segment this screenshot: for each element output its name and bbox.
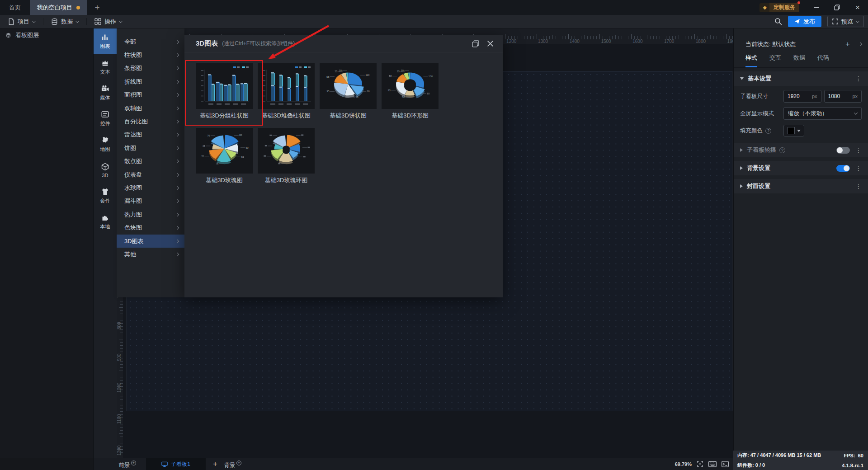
sidebar-item-map[interactable]: 地图 [94,132,117,157]
section-cover[interactable]: 封面设置 ⋮ [734,179,868,193]
category-item-label: 百分比图 [124,118,148,126]
close-button[interactable]: × [847,0,868,15]
board-width-input[interactable] [788,93,812,99]
map-icon [101,136,109,144]
section-basic-settings[interactable]: 基本设置 ⋮ [734,71,868,86]
menu-operations[interactable]: 操作 [87,15,130,28]
circle-plus-icon[interactable]: + [236,461,241,465]
console-icon[interactable] [722,461,729,467]
board-height-input[interactable] [828,93,853,99]
component-card-2[interactable]: 基础3D堆叠柱状图 [258,63,315,122]
window-titlebar: 首页 我的空白项目 + ◆ 定制服务 × [0,0,868,15]
sidebar-item-chart[interactable]: 图表 [94,28,117,54]
publish-button[interactable]: 发布 [788,16,821,27]
donut-thumbnail: 130605095582510 [382,63,439,109]
detach-window-icon[interactable] [472,40,479,47]
component-card-3[interactable]: 110605095582510基础3D饼状图 [320,63,377,122]
tab-style[interactable]: 样式 [745,54,757,67]
new-tab-button[interactable]: + [87,0,107,15]
custom-service-badge[interactable]: ◆ 定制服务 [760,3,799,12]
category-item-14[interactable]: 热力图 [117,208,184,221]
kebab-menu-icon[interactable]: ⋮ [855,146,862,154]
chevron-right-icon [175,160,179,163]
category-item-4[interactable]: 折线图 [117,75,184,88]
ruler-tick [120,440,123,440]
category-item-11[interactable]: 仪表盘 [117,168,184,181]
category-item-13[interactable]: 漏斗图 [117,195,184,208]
circle-plus-icon[interactable]: + [131,461,136,465]
category-item-3[interactable]: 条形图 [117,62,184,75]
category-item-5[interactable]: 面积图 [117,89,184,102]
ruler-tick [656,36,657,39]
category-item-2[interactable]: 柱状图 [117,48,184,61]
add-subboard-button[interactable]: + [213,460,217,469]
ruler-label: 1700 [664,39,674,44]
ruler-label: 1100 [117,414,122,424]
category-item-9[interactable]: 饼图 [117,141,184,155]
canvas-zoom-controls: 69.79% [661,458,733,470]
category-item-10[interactable]: 散点图 [117,155,184,168]
preview-button[interactable]: 预览 [827,16,864,27]
search-icon[interactable] [774,18,782,25]
category-item-6[interactable]: 双轴图 [117,102,184,115]
background-toggle-on[interactable] [836,165,850,172]
carousel-toggle-off[interactable] [836,147,850,154]
section-background[interactable]: 背景设置 ⋮ [734,161,868,175]
svg-text:76: 76 [207,134,210,137]
category-item-8[interactable]: 雷达图 [117,128,184,141]
sidebar-item-text[interactable]: 文本 [94,54,117,80]
fullscreen-corners-icon [832,19,838,24]
sidebar-item-media[interactable]: 媒体 [94,80,117,106]
minimize-button[interactable] [806,0,826,15]
px-unit: px [812,94,817,99]
tab-home[interactable]: 首页 [0,0,30,15]
category-item-15[interactable]: 色块图 [117,221,184,234]
ruler-tick [562,36,562,39]
settings-tabs: 样式 交互 数据 代码 [734,51,868,68]
tab-code[interactable]: 代码 [817,54,829,67]
component-card-5[interactable]: 80605576704576基础3D玫瑰图 [196,128,253,187]
widget-icon [101,110,109,118]
subboard-tab[interactable]: 子看板1 [146,458,206,470]
svg-text:60: 60 [427,92,429,95]
sidebar-item-kit[interactable]: 套件 [94,183,117,209]
restore-button[interactable] [826,0,847,15]
tab-data[interactable]: 数据 [793,54,805,67]
foreground-button[interactable]: 前景 + [119,459,136,469]
ruler-tick [527,36,528,39]
background-button[interactable]: 背景 + [224,459,241,469]
component-card-6[interactable]: 基础3D玫瑰环图 [258,128,315,187]
sidebar-item-local[interactable]: 本地 [94,209,117,235]
menu-data[interactable]: 数据 [43,15,86,28]
kebab-menu-icon[interactable]: ⋮ [855,164,862,172]
component-card-1[interactable]: 基础3D分组柱状图 [196,63,253,122]
ruler-tick [120,314,123,314]
category-item-1[interactable]: 全部 [117,35,184,48]
sidebar-item-cube[interactable]: 3D [94,157,117,183]
kebab-menu-icon[interactable]: ⋮ [855,183,862,190]
fill-color-picker[interactable] [783,125,804,136]
ruler-tick [120,320,123,320]
keyboard-icon[interactable] [708,461,717,467]
version-label: 4.1.8-rc.1 [842,463,863,468]
category-item-17[interactable]: 其他 [117,248,184,261]
category-item-label: 折线图 [124,78,142,86]
section-carousel[interactable]: 子看板轮播 ? ⋮ [734,143,868,157]
tab-project-active[interactable]: 我的空白项目 [30,0,87,15]
tab-interaction[interactable]: 交互 [769,54,781,67]
component-card-4[interactable]: 130605095582510基础3D环形图 [382,63,439,122]
close-icon[interactable] [487,40,494,47]
display-mode-select[interactable]: 缩放（不滚动） [783,107,862,120]
category-item-12[interactable]: 水球图 [117,181,184,194]
category-item-label: 面积图 [124,91,142,99]
menu-project[interactable]: 项目 [0,15,43,28]
sidebar-item-widget[interactable]: 控件 [94,106,117,132]
fit-screen-icon[interactable] [697,461,703,467]
category-item-16[interactable]: 3D图表 [117,235,184,248]
add-state-button[interactable]: + [845,40,850,49]
chevron-right-icon[interactable] [859,42,862,46]
titlebar-right: ◆ 定制服务 × [760,0,868,15]
ruler-tick [590,36,591,39]
category-item-7[interactable]: 百分比图 [117,115,184,128]
kebab-menu-icon[interactable]: ⋮ [855,75,862,82]
